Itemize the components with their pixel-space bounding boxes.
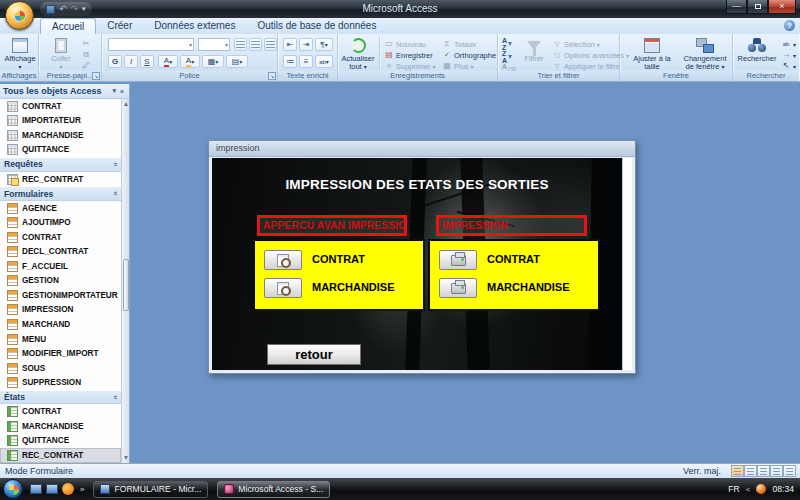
highlight-color-button[interactable]: A▾ — [180, 55, 200, 68]
selection-button[interactable]: ▽Sélection▾ — [552, 39, 600, 49]
gridlines-button[interactable]: ▦▾ — [202, 55, 224, 68]
font-size-combo[interactable]: ▾ — [198, 38, 230, 51]
nav-section-etats[interactable]: États« — [0, 390, 121, 405]
nav-item-form[interactable]: IMPRESSION — [0, 303, 121, 318]
nav-item-form[interactable]: AJOUTIMPO — [0, 215, 121, 230]
alternate-fill-button[interactable]: ▤▾ — [226, 55, 248, 68]
form-scrollbar[interactable] — [622, 158, 632, 370]
tray-expand-icon[interactable]: < — [746, 485, 751, 494]
totaux-button[interactable]: ΣTotaux — [442, 39, 476, 49]
nav-item-form[interactable]: F_ACCUEIL — [0, 259, 121, 274]
tab-accueil[interactable]: Accueil — [40, 18, 96, 34]
underline-button[interactable]: S — [140, 55, 154, 68]
retour-button[interactable]: retour — [267, 344, 361, 365]
scroll-up-icon[interactable] — [124, 102, 128, 106]
font-family-combo[interactable]: ▾ — [108, 38, 194, 51]
bold-button[interactable]: G — [108, 55, 122, 68]
nav-item-report[interactable]: CONTRAT — [0, 404, 121, 419]
nav-item-form[interactable]: SUPPRESSION — [0, 375, 121, 390]
text-highlight-icon[interactable]: ab▾ — [315, 55, 333, 68]
nav-item-form[interactable]: MODIFIER_IMPORT — [0, 346, 121, 361]
align-right-icon[interactable] — [264, 38, 277, 51]
nav-item-table[interactable]: QUITTANCE — [0, 143, 121, 158]
pivot-table-view-button[interactable] — [757, 465, 770, 477]
firefox-icon[interactable] — [62, 483, 74, 495]
coller-button[interactable]: Coller▾ — [47, 36, 75, 71]
design-view-button[interactable] — [783, 465, 796, 477]
nav-item-form[interactable]: GESTION — [0, 274, 121, 289]
tray-app-icon[interactable] — [756, 484, 766, 494]
orthographe-button[interactable]: ✓Orthographe — [442, 50, 496, 60]
nav-item-table[interactable]: IMPORTATEUR — [0, 114, 121, 129]
nav-item-form[interactable]: SOUS — [0, 361, 121, 376]
nav-item-form[interactable]: MENU — [0, 332, 121, 347]
nav-item-report[interactable]: QUITTANCE — [0, 434, 121, 449]
nav-pane-scrollbar[interactable] — [121, 99, 129, 463]
filtrer-button[interactable]: Filtrer — [520, 36, 548, 63]
nav-item-form[interactable]: DECL_CONTRAT — [0, 244, 121, 259]
form-window-titlebar[interactable]: impression — [209, 141, 635, 157]
window-switcher-icon[interactable] — [46, 484, 58, 494]
minimize-button[interactable]: — — [726, 0, 747, 14]
nav-section-formulaires[interactable]: Formulaires« — [0, 186, 121, 201]
dialog-launcher-icon[interactable]: ↘ — [92, 72, 100, 80]
form-view-button[interactable] — [731, 465, 744, 477]
affichage-button[interactable]: Affichage▾ — [5, 36, 35, 71]
tab-creer[interactable]: Créer — [96, 18, 143, 34]
nav-item-table[interactable]: CONTRAT — [0, 99, 121, 114]
enregistrer-button[interactable]: ▤Enregistrer — [384, 50, 433, 60]
format-painter-icon[interactable]: 🖉 — [81, 61, 91, 71]
start-button[interactable] — [3, 479, 23, 499]
dialog-launcher-icon[interactable]: ↘ — [268, 72, 276, 80]
office-button[interactable] — [5, 1, 34, 30]
preview-marchandise-button[interactable] — [264, 278, 302, 298]
close-button[interactable]: × — [768, 0, 796, 14]
print-marchandise-button[interactable] — [439, 278, 477, 298]
bullet-list-icon[interactable]: ≡ — [299, 55, 313, 68]
supprimer-button[interactable]: ×Supprimer▾ — [384, 61, 436, 71]
italic-button[interactable]: I — [124, 55, 138, 68]
tab-outils-bdd[interactable]: Outils de base de données — [246, 18, 387, 34]
shutter-close-icon[interactable]: « — [118, 88, 126, 95]
print-contrat-button[interactable] — [439, 250, 477, 270]
scrollbar-thumb[interactable] — [123, 259, 129, 311]
nav-item-query[interactable]: REC_CONTRAT — [0, 172, 121, 187]
nav-item-table[interactable]: MARCHANDISE — [0, 128, 121, 143]
goto-icon[interactable]: →▾ — [781, 50, 796, 60]
preview-contrat-button[interactable] — [264, 250, 302, 270]
scroll-down-icon[interactable] — [124, 456, 128, 460]
nav-item-report[interactable]: MARCHANDISE — [0, 419, 121, 434]
cut-icon[interactable]: ✂ — [81, 39, 91, 49]
text-direction-icon[interactable]: ¶▾ — [315, 38, 333, 51]
nav-item-form[interactable]: CONTRAT — [0, 230, 121, 245]
appliquer-filtre-button[interactable]: ▽Appliquer le filtre — [552, 61, 620, 71]
nav-item-report-selected[interactable]: REC_CONTRAT — [0, 448, 121, 463]
increase-indent-icon[interactable]: ⇥ — [299, 38, 313, 51]
show-desktop-icon[interactable] — [30, 484, 42, 494]
copy-icon[interactable]: ⧉ — [81, 50, 91, 60]
toolbar-overflow-icon[interactable]: » — [80, 485, 84, 494]
task-formulaire[interactable]: FORMULAIRE - Micr... — [93, 481, 208, 498]
options-avancees-button[interactable]: ▢Options avancées▾ — [552, 50, 629, 60]
replace-icon[interactable]: ab▾ — [781, 39, 796, 49]
nav-section-requetes[interactable]: Requêtes« — [0, 157, 121, 172]
changement-fenetre-button[interactable]: Changement de fenêtre ▾ — [680, 36, 730, 71]
sort-descending-icon[interactable]: ZA — [502, 51, 516, 62]
rechercher-button[interactable]: Rechercher — [736, 36, 778, 63]
tab-donnees-externes[interactable]: Données externes — [143, 18, 246, 34]
select-icon[interactable]: ↖▾ — [781, 61, 796, 71]
align-left-icon[interactable] — [234, 38, 247, 51]
nav-pane-header[interactable]: Tous les objets Access ▾ « — [0, 84, 129, 99]
help-icon[interactable]: ? — [784, 20, 795, 31]
language-indicator[interactable]: FR — [728, 484, 739, 494]
restore-button[interactable] — [747, 0, 768, 14]
nouveau-button[interactable]: ▭Nouveau — [384, 39, 426, 49]
nav-pane-dropdown-icon[interactable]: ▾ — [111, 87, 119, 95]
task-access[interactable]: Microsoft Access - S... — [217, 481, 330, 498]
nav-item-form[interactable]: AGENCE — [0, 201, 121, 216]
actualiser-tout-button[interactable]: Actualiser tout ▾ — [340, 36, 376, 71]
nav-item-form[interactable]: GESTIONIMPORTATEUR — [0, 288, 121, 303]
decrease-indent-icon[interactable]: ⇤ — [283, 38, 297, 51]
numbered-list-icon[interactable]: ≔ — [283, 55, 297, 68]
align-center-icon[interactable] — [249, 38, 262, 51]
